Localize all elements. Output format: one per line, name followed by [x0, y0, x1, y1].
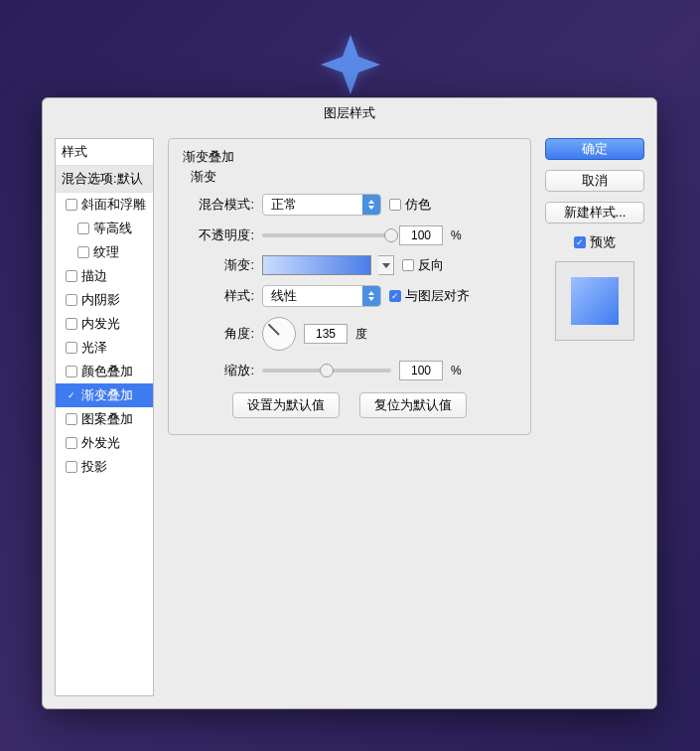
styles-list-panel: 样式 混合选项:默认 斜面和浮雕等高线纹理描边内阴影内发光光泽颜色叠加渐变叠加图…	[55, 138, 154, 696]
style-list-item[interactable]: 颜色叠加	[56, 360, 153, 383]
select-arrows-icon	[362, 195, 380, 215]
preview-swatch	[571, 277, 619, 325]
style-list-item[interactable]: 内阴影	[56, 288, 153, 312]
style-list-item[interactable]: 投影	[56, 455, 153, 479]
style-list-item-label: 内阴影	[81, 291, 120, 309]
style-list-item-label: 图案叠加	[81, 410, 133, 428]
gradient-style-value: 线性	[271, 287, 297, 305]
style-list-item[interactable]: 光泽	[56, 336, 153, 360]
preview-label: 预览	[590, 233, 616, 251]
action-panel: 确定 取消 新建样式... 预览	[545, 138, 644, 696]
svg-marker-0	[321, 35, 380, 94]
checkbox-icon	[66, 366, 77, 377]
checkbox-icon	[66, 270, 77, 282]
gradient-style-select[interactable]: 线性	[262, 285, 381, 307]
style-list-item-label: 渐变叠加	[81, 386, 133, 404]
style-list-item-label: 斜面和浮雕	[81, 196, 146, 214]
make-default-button[interactable]: 设置为默认值	[232, 392, 340, 418]
checkbox-icon	[66, 318, 77, 330]
opacity-label: 不透明度:	[183, 226, 254, 244]
slider-thumb[interactable]	[384, 228, 398, 242]
gradient-label: 渐变:	[183, 256, 254, 274]
checkbox-icon	[574, 236, 586, 248]
reset-default-button[interactable]: 复位为默认值	[359, 392, 467, 418]
slider-thumb[interactable]	[320, 364, 334, 377]
align-label: 与图层对齐	[405, 287, 470, 305]
preview-box	[555, 261, 634, 341]
style-list-item[interactable]: 渐变叠加	[56, 383, 153, 407]
checkbox-icon	[66, 199, 77, 211]
dialog-title: 图层样式	[43, 98, 656, 130]
blend-mode-label: 混合模式:	[183, 196, 254, 214]
angle-label: 角度:	[183, 325, 254, 343]
style-list-item[interactable]: 描边	[56, 264, 153, 288]
blend-mode-select[interactable]: 正常	[262, 194, 381, 216]
style-list-item[interactable]: 纹理	[56, 240, 153, 264]
gradient-overlay-fieldset: 渐变叠加 渐变 混合模式: 正常 仿色 不透明度:	[168, 138, 531, 435]
style-list-item[interactable]: 等高线	[56, 217, 153, 240]
checkbox-icon	[66, 461, 77, 473]
ok-button[interactable]: 确定	[545, 138, 644, 160]
checkbox-icon	[389, 290, 401, 302]
style-list-item[interactable]: 斜面和浮雕	[56, 193, 153, 217]
checkbox-icon	[66, 413, 77, 425]
checkbox-icon	[389, 199, 401, 211]
opacity-unit: %	[451, 228, 462, 242]
fieldset-legend: 渐变叠加	[179, 148, 238, 166]
style-list-item-label: 纹理	[93, 243, 119, 261]
opacity-input[interactable]	[399, 225, 443, 245]
layer-style-dialog: 图层样式 样式 混合选项:默认 斜面和浮雕等高线纹理描边内阴影内发光光泽颜色叠加…	[42, 97, 657, 709]
select-arrows-icon	[362, 286, 380, 306]
background-star-icon	[311, 25, 390, 104]
scale-slider[interactable]	[262, 369, 391, 373]
style-list-item-label: 内发光	[81, 315, 120, 333]
align-with-layer-checkbox[interactable]: 与图层对齐	[389, 287, 470, 305]
style-label: 样式:	[183, 287, 254, 305]
styles-list-header: 样式	[56, 139, 153, 166]
dither-label: 仿色	[405, 196, 431, 214]
new-style-button[interactable]: 新建样式...	[545, 202, 644, 224]
style-list-item[interactable]: 图案叠加	[56, 407, 153, 431]
blending-options-row[interactable]: 混合选项:默认	[56, 166, 153, 193]
checkbox-icon	[402, 259, 414, 271]
checkbox-icon	[66, 389, 77, 401]
style-list-item[interactable]: 内发光	[56, 312, 153, 336]
scale-input[interactable]	[399, 361, 443, 380]
style-list-item-label: 外发光	[81, 434, 120, 452]
dial-hand-icon	[268, 324, 280, 336]
gradient-subheading: 渐变	[191, 168, 516, 186]
style-list-item-label: 描边	[81, 267, 107, 285]
checkbox-icon	[66, 294, 77, 306]
cancel-button[interactable]: 取消	[545, 170, 644, 192]
gradient-swatch[interactable]	[262, 255, 371, 275]
checkbox-icon	[66, 437, 77, 449]
dialog-body: 样式 混合选项:默认 斜面和浮雕等高线纹理描边内阴影内发光光泽颜色叠加渐变叠加图…	[43, 130, 656, 708]
opacity-slider[interactable]	[262, 233, 391, 237]
gradient-overlay-panel: 渐变叠加 渐变 混合模式: 正常 仿色 不透明度:	[164, 138, 535, 696]
style-list-item-label: 投影	[81, 458, 107, 476]
style-list-item-label: 颜色叠加	[81, 363, 133, 380]
reverse-label: 反向	[418, 256, 444, 274]
style-list-item-label: 等高线	[93, 220, 132, 237]
scale-unit: %	[451, 364, 462, 377]
dither-checkbox[interactable]: 仿色	[389, 196, 431, 214]
style-list-item[interactable]: 外发光	[56, 431, 153, 455]
reverse-checkbox[interactable]: 反向	[402, 256, 444, 274]
gradient-dropdown-button[interactable]	[378, 255, 394, 275]
angle-dial[interactable]	[262, 317, 296, 351]
checkbox-icon	[66, 342, 77, 354]
angle-input[interactable]	[304, 324, 348, 344]
angle-unit: 度	[355, 326, 367, 343]
scale-label: 缩放:	[183, 362, 254, 379]
blend-mode-value: 正常	[271, 196, 297, 214]
checkbox-icon	[77, 246, 89, 258]
style-list-item-label: 光泽	[81, 339, 107, 357]
checkbox-icon	[77, 223, 89, 234]
preview-checkbox[interactable]: 预览	[574, 233, 616, 251]
